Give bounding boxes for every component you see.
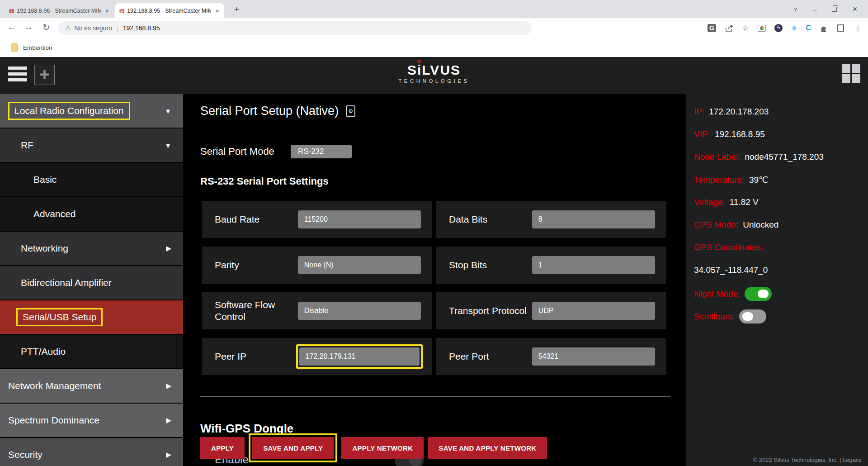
back-icon[interactable]: ← — [7, 22, 16, 32]
sidebar-item-network-management[interactable]: Network Management ▶ — [0, 369, 183, 403]
tab-streamcaster-96[interactable]: ((•)) 192.168.8.96 - StreamCaster MIM × — [5, 3, 114, 18]
status-value: 192.168.8.95 — [715, 129, 765, 139]
transport-protocol-input[interactable]: UDP — [532, 302, 655, 320]
url-text[interactable]: 192.168.8.95 — [123, 24, 160, 32]
logo-antenna-icon: ((•)) — [417, 59, 420, 63]
bookmark-star-icon[interactable]: ☆ — [742, 24, 749, 33]
save-and-apply-button[interactable]: SAVE AND APPLY — [252, 437, 334, 459]
c-extension-icon[interactable]: C — [806, 24, 811, 32]
chrome-menu-icon[interactable]: ⋮ — [854, 24, 862, 33]
peer-ip-input[interactable]: 172.20.179.131 — [299, 347, 420, 366]
sidebar-item-spectrum-dominance[interactable]: Spectrum Dominance ▶ — [0, 404, 183, 437]
page-title-text: Serial Port Setup (Native) — [200, 104, 339, 118]
data-bits-input[interactable]: 8 — [532, 210, 655, 228]
chevron-right-icon[interactable]: ▶ — [166, 382, 171, 390]
parity-input[interactable]: None (N) — [298, 256, 421, 274]
chevron-down-icon[interactable]: ▼ — [165, 107, 171, 115]
sidebar-item-serial-usb-setup[interactable]: Serial/USB Setup — [0, 300, 183, 334]
restore-icon[interactable] — [832, 7, 837, 12]
sidebar-item-networking[interactable]: Networking ▶ — [0, 232, 183, 265]
tab-close-icon[interactable]: × — [104, 7, 110, 14]
chevron-right-icon[interactable]: ▶ — [166, 451, 171, 459]
sidebar-item-rf[interactable]: RF ▼ — [0, 128, 183, 162]
profile-icon[interactable] — [837, 24, 844, 32]
baud-rate-input[interactable]: 115200 — [298, 210, 421, 228]
night-mode-toggle[interactable] — [745, 287, 772, 301]
scrollbars-toggle[interactable] — [739, 309, 766, 323]
status-node-label: Node Label: node45771_178.203 — [694, 152, 824, 162]
minimize-icon[interactable]: – — [813, 5, 816, 13]
sidebar-item-ptt-audio[interactable]: PTT/Audio — [0, 335, 183, 368]
bar — [8, 72, 27, 76]
extensions-puzzle-icon[interactable] — [820, 24, 828, 33]
sidebar-item-label: Serial/USB Setup — [23, 312, 96, 322]
page-content: + SiLVUS ((•)) TECHNOLOGIES Local Radio … — [0, 57, 868, 466]
forward-icon[interactable]: → — [24, 22, 33, 32]
screenshot-extension-icon[interactable] — [758, 25, 766, 32]
new-tab-button[interactable]: + — [231, 4, 242, 15]
sidebar-item-label: Networking — [21, 243, 68, 254]
address-bar[interactable]: ⚠ No es seguro | 192.168.8.95 — [58, 21, 532, 35]
sidebar-item-security[interactable]: Security ▶ — [0, 438, 183, 466]
status-value: 39℃ — [749, 175, 768, 185]
highlight-box: 172.20.179.131 — [296, 344, 423, 369]
pinwheel-icon — [760, 26, 764, 30]
apply-network-button[interactable]: APPLY NETWORK — [341, 437, 424, 459]
apply-button[interactable]: APPLY — [200, 437, 245, 459]
tab-title: 192.168.8.96 - StreamCaster MIM — [17, 8, 101, 14]
sidebar-item-advanced[interactable]: Advanced — [0, 197, 183, 231]
status-ip: IP: 172.20.178.203 — [694, 107, 769, 117]
save-and-apply-network-button[interactable]: SAVE AND APPLY NETWORK — [428, 437, 547, 459]
tab-strip: ((•)) 192.168.8.96 - StreamCaster MIM × … — [0, 0, 868, 18]
status-gps-coordinates-value: 34.057_-118.447_0 — [694, 265, 768, 275]
status-label: GPS Coordinates: — [694, 243, 763, 252]
field-label: Peer Port — [449, 351, 530, 362]
serial-port-mode-select[interactable]: RS-232 — [291, 145, 352, 158]
field-peer-port: Peer Port 54321 — [436, 338, 666, 375]
address-divider: | — [117, 24, 118, 32]
stop-bits-input[interactable]: 1 — [532, 256, 655, 274]
share-icon[interactable] — [725, 24, 734, 32]
chevron-right-icon[interactable]: ▶ — [166, 416, 171, 424]
serial-port-mode-label: Serial Port Mode — [200, 146, 274, 157]
reload-icon[interactable]: ↻ — [42, 22, 50, 33]
field-baud-rate: Baud Rate 115200 — [202, 201, 432, 238]
status-vip: VIP: 192.168.8.95 — [694, 129, 765, 139]
field-input-wrap: Disable — [296, 300, 423, 322]
logo-subtitle: TECHNOLOGIES — [398, 78, 469, 84]
field-label: Stop Bits — [449, 259, 530, 271]
close-window-icon[interactable]: × — [852, 5, 857, 14]
sidebar-item-local-radio-configuration[interactable]: Local Radio Configuration ▼ — [0, 94, 183, 128]
not-secure-warning-icon[interactable]: ⚠ — [65, 24, 71, 32]
chevron-down-icon[interactable]: ▼ — [165, 142, 171, 149]
add-panel-icon[interactable]: + — [34, 65, 55, 85]
help-manual-icon[interactable]: ⚙ — [346, 105, 355, 117]
radio-antenna-icon: ((•)) — [119, 9, 124, 13]
software-flow-control-input[interactable]: Disable — [298, 302, 421, 320]
tab-streamcaster-95[interactable]: ((•)) 192.168.8.95 - StreamCaster MIM × — [115, 3, 224, 18]
sidebar-item-label: Spectrum Dominance — [8, 415, 99, 426]
lightning-extension-icon[interactable]: ϟ — [774, 24, 783, 32]
tab-search-icon[interactable]: ∨ — [793, 6, 797, 12]
status-value: node45771_178.203 — [745, 152, 823, 162]
status-gps-coordinates-label: GPS Coordinates: — [694, 243, 763, 252]
hamburger-menu-icon[interactable] — [8, 67, 27, 84]
bookmarks-bar: Embention — [0, 38, 868, 57]
field-input-wrap: 1 — [530, 254, 657, 276]
status-panel: IP: 172.20.178.203 VIP: 192.168.8.95 Nod… — [686, 94, 868, 466]
logo-wordmark: SiLVUS ((•)) — [407, 62, 461, 78]
peer-port-input[interactable]: 54321 — [532, 347, 655, 366]
sidebar-item-basic[interactable]: Basic — [0, 163, 183, 196]
chevron-right-icon[interactable]: ▶ — [166, 244, 171, 252]
tab-close-icon[interactable]: × — [214, 7, 221, 14]
field-label: Peer IP — [215, 351, 296, 362]
page-header: + SiLVUS ((•)) TECHNOLOGIES — [0, 57, 868, 94]
grid-layout-icon[interactable] — [842, 64, 860, 83]
highlight-box: SAVE AND APPLY — [249, 433, 337, 462]
sidebar-item-bidirectional-amplifier[interactable]: Bidirectional Amplifier — [0, 266, 183, 300]
sidebar-item-label: Local Radio Configuration — [14, 105, 124, 116]
bookmark-item-embention[interactable]: Embention — [23, 44, 52, 51]
snowflake-extension-icon[interactable]: ✳ — [791, 24, 797, 33]
translate-icon[interactable]: G — [708, 24, 716, 32]
field-data-bits: Data Bits 8 — [436, 201, 666, 238]
